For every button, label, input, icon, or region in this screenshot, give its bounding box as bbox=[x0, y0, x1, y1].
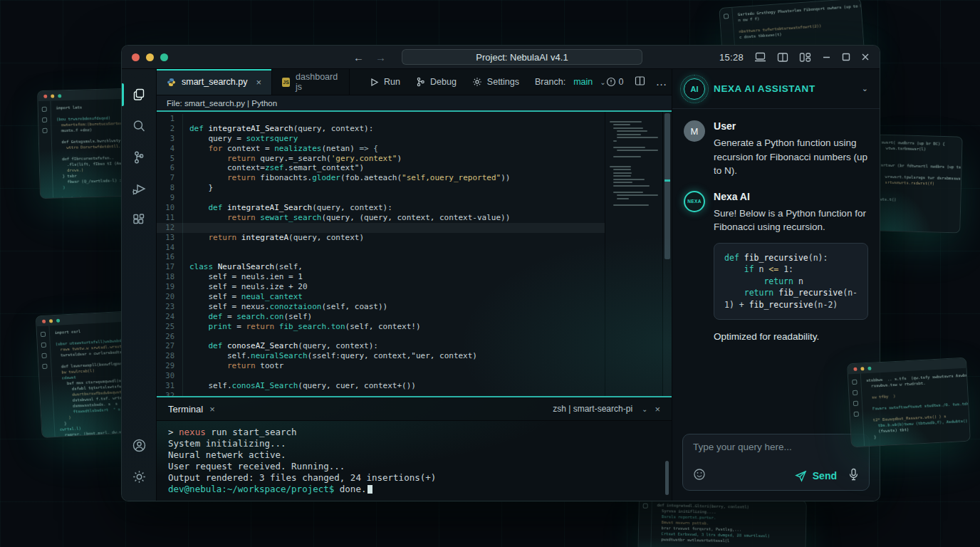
chevron-down-icon[interactable]: ⌄ bbox=[642, 405, 647, 413]
send-button[interactable]: Send bbox=[795, 470, 837, 482]
code-line: 13 return integrateA(query, context) bbox=[157, 233, 605, 243]
line-number: 7 bbox=[157, 173, 182, 183]
minimap-line bbox=[613, 169, 631, 170]
clock: 15:28 bbox=[719, 52, 744, 63]
code-line: 6 context=zsef.semart_context") bbox=[157, 163, 605, 173]
line-number: 6 bbox=[157, 163, 182, 173]
layout-grid-icon[interactable] bbox=[799, 53, 811, 62]
settings-button[interactable]: Settings bbox=[472, 77, 519, 87]
python-icon bbox=[167, 78, 176, 87]
maximize-icon[interactable] bbox=[842, 53, 850, 61]
background-window-right-middle: swsrt( owdbrrs (up br BC) { wtws.tsrbmsw… bbox=[873, 134, 963, 233]
extensions-icon[interactable] bbox=[122, 204, 156, 236]
code-line: 7 return fibonachts.gloder(fob.aeteach("… bbox=[157, 173, 605, 183]
branch-name: main bbox=[573, 77, 593, 87]
search-icon[interactable] bbox=[122, 110, 156, 142]
maximize-traffic-light[interactable] bbox=[160, 53, 168, 61]
tab-smart-search[interactable]: smart_search.py × bbox=[157, 69, 272, 95]
code-line: 11 return sewart_search(query, (query, c… bbox=[157, 213, 605, 223]
code-line: 8 } bbox=[157, 183, 605, 193]
files-explorer-icon[interactable] bbox=[122, 79, 156, 110]
minimap-line bbox=[617, 150, 658, 151]
line-number: 16 bbox=[157, 252, 182, 262]
code-line: 10 def integrateAI_Search(query, context… bbox=[157, 203, 605, 213]
source-control-icon[interactable] bbox=[122, 142, 156, 173]
user-avatar: M bbox=[684, 120, 705, 142]
mini-maximize-dot bbox=[58, 94, 61, 98]
close-icon[interactable] bbox=[861, 53, 870, 61]
terminal-line: Neural netwerk active. bbox=[168, 449, 660, 461]
minimap[interactable] bbox=[605, 112, 662, 396]
problems-indicator[interactable]: 0 bbox=[606, 77, 624, 87]
close-traffic-light[interactable] bbox=[132, 53, 140, 61]
minimize-traffic-light[interactable] bbox=[146, 53, 154, 61]
terminal-tab[interactable]: Terminal × bbox=[168, 404, 215, 415]
mini-sidebar bbox=[638, 498, 652, 547]
account-icon[interactable] bbox=[122, 429, 156, 461]
tab-label: smart_search.py bbox=[182, 77, 247, 87]
code-editor: 12def integrateAI_Search(query, context)… bbox=[157, 112, 672, 396]
line-number: 27 bbox=[157, 341, 182, 351]
minimap-line bbox=[617, 137, 658, 138]
forward-arrow-icon[interactable]: → bbox=[375, 51, 386, 63]
terminal-close-icon[interactable]: × bbox=[655, 404, 660, 415]
terminal-output[interactable]: > nexus run start_searchSystem initializ… bbox=[157, 421, 672, 501]
project-title: Project: NebulaAI v4.1 bbox=[476, 52, 568, 63]
tab-dashboard[interactable]: JS dashboard js bbox=[272, 69, 350, 95]
line-number: 3 bbox=[157, 134, 182, 144]
chat-code-line: 1) + fib_recursive(n-2) bbox=[724, 299, 858, 311]
line-number: 23 bbox=[157, 302, 182, 312]
line-number: 12 bbox=[157, 223, 182, 233]
minimize-icon[interactable] bbox=[822, 53, 831, 62]
code-line: 29 return tootr bbox=[157, 361, 605, 371]
line-number: 28 bbox=[157, 351, 182, 361]
code-line: 4 for context = nealizates(netan) => { bbox=[157, 144, 605, 154]
code-line: 18 self = neuls.ien = 1 bbox=[157, 272, 605, 282]
minimap-line bbox=[610, 121, 642, 123]
scrollbar-thumb[interactable] bbox=[664, 113, 670, 259]
message-author: User bbox=[714, 120, 868, 132]
minimap-line bbox=[617, 194, 658, 196]
split-columns-icon[interactable] bbox=[777, 53, 788, 62]
microphone-icon[interactable] bbox=[848, 468, 859, 484]
file-info-text: File: smart_search.py | Python bbox=[167, 99, 277, 108]
project-title-field[interactable]: Project: NebulaAI v4.1 bbox=[402, 49, 642, 65]
terminal-tab-close-icon[interactable]: × bbox=[209, 404, 215, 415]
line-number: 9 bbox=[157, 193, 182, 203]
chat-input[interactable] bbox=[693, 442, 859, 452]
code-line: 14 bbox=[157, 243, 605, 253]
chat-code-block: def fib_recursive(n): if n <= 1: return … bbox=[714, 243, 868, 321]
line-number: 4 bbox=[157, 144, 182, 154]
send-label: Send bbox=[813, 470, 837, 481]
mini-minimize-dot bbox=[51, 94, 54, 98]
debug-button[interactable]: Debug bbox=[416, 77, 457, 87]
branch-label: Branch: bbox=[535, 77, 565, 87]
minimap-line bbox=[613, 192, 643, 193]
minimap-line bbox=[613, 175, 631, 177]
tab-close-icon[interactable]: × bbox=[256, 77, 261, 88]
chevron-down-icon[interactable]: ⌄ bbox=[862, 84, 868, 93]
terminal-panel: Terminal × zsh | smart-search-pi ⌄ × > n… bbox=[157, 396, 672, 501]
terminal-scrollbar-thumb[interactable] bbox=[665, 461, 669, 495]
settings-gear-icon[interactable] bbox=[122, 461, 156, 492]
logo-text: AI bbox=[691, 85, 699, 93]
terminal-line: Output rendered: 3 files changed, 24 ins… bbox=[168, 472, 660, 484]
code-line: 17class NeuralSearch(self, bbox=[157, 262, 605, 272]
back-arrow-icon[interactable]: ← bbox=[353, 51, 364, 63]
minimap-line bbox=[613, 204, 649, 206]
more-actions-icon[interactable]: … bbox=[656, 75, 668, 88]
background-code: swsrt( owdbrrs (up br BC) { wtws.tsrbmsw… bbox=[874, 135, 961, 232]
minimap-line bbox=[617, 198, 629, 199]
run-button[interactable]: Run bbox=[370, 77, 400, 87]
run-debug-icon[interactable] bbox=[122, 173, 156, 204]
nexa-avatar: NEXA bbox=[684, 191, 705, 212]
user-message: M User Generate a Python function using … bbox=[684, 120, 868, 178]
emoji-icon[interactable] bbox=[693, 468, 706, 484]
minimap-line bbox=[613, 172, 632, 174]
screen-icon[interactable] bbox=[754, 52, 766, 62]
code-area[interactable]: 12def integrateAI_Search(query, context)… bbox=[157, 112, 605, 396]
shell-selector-label[interactable]: zsh | smart-search-pi bbox=[553, 404, 632, 414]
code-line: 23 self = nexus.conoztaioon(self, coast)… bbox=[157, 302, 605, 312]
split-editor-icon[interactable] bbox=[635, 75, 645, 88]
branch-selector[interactable]: Branch:main⌄ bbox=[535, 77, 606, 87]
